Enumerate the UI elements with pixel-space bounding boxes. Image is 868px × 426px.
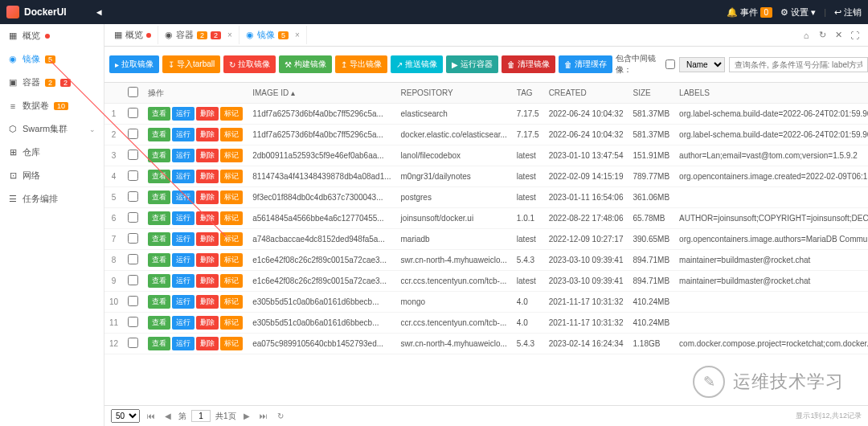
- delete-button[interactable]: 删除: [196, 253, 219, 267]
- refresh-icon[interactable]: ↻: [815, 28, 829, 43]
- tag-button[interactable]: 标记: [220, 295, 243, 309]
- delete-button[interactable]: 删除: [196, 128, 219, 141]
- row-checkbox[interactable]: [128, 212, 138, 223]
- sidebar-item-tasks[interactable]: ☰ 任务编排: [0, 187, 104, 211]
- col-created[interactable]: CREATED: [544, 83, 628, 104]
- view-button[interactable]: 查看: [148, 190, 170, 204]
- row-checkbox[interactable]: [128, 254, 138, 264]
- row-checkbox[interactable]: [128, 170, 138, 181]
- view-button[interactable]: 查看: [148, 232, 170, 246]
- delete-button[interactable]: 删除: [196, 107, 219, 121]
- last-page-icon[interactable]: ⏭: [257, 412, 270, 420]
- col-tag[interactable]: TAG: [512, 83, 544, 104]
- view-button[interactable]: 查看: [148, 337, 170, 350]
- row-checkbox[interactable]: [128, 129, 138, 139]
- tag-button[interactable]: 标记: [220, 316, 243, 330]
- tag-button[interactable]: 标记: [220, 107, 243, 121]
- run-button[interactable]: 运行: [172, 337, 194, 350]
- tag-button[interactable]: 标记: [220, 253, 243, 267]
- search-field-select[interactable]: Name: [679, 57, 725, 72]
- sidebar-item-containers[interactable]: ▣ 容器 2 2: [0, 71, 104, 94]
- run-button[interactable]: 运行: [172, 316, 194, 330]
- view-button[interactable]: 查看: [148, 295, 170, 309]
- sidebar-item-registry[interactable]: ⊞ 仓库: [0, 141, 104, 164]
- col-repo[interactable]: REPOSITORY: [396, 83, 512, 104]
- view-button[interactable]: 查看: [148, 107, 170, 121]
- pull-image-button[interactable]: ▸ 拉取镜像: [109, 55, 159, 73]
- run-button[interactable]: 运行: [172, 295, 194, 309]
- tag-button[interactable]: 标记: [220, 211, 243, 225]
- sidebar-toggle-icon[interactable]: ◄: [95, 7, 104, 17]
- view-button[interactable]: 查看: [148, 211, 170, 225]
- prev-page-icon[interactable]: ◀: [162, 412, 174, 420]
- row-checkbox[interactable]: [128, 338, 138, 348]
- close-all-icon[interactable]: ✕: [831, 28, 845, 43]
- settings-link[interactable]: ⚙ 设置 ▾: [780, 6, 816, 18]
- run-button[interactable]: 运行: [172, 253, 194, 267]
- row-checkbox[interactable]: [128, 108, 138, 118]
- delete-button[interactable]: 删除: [196, 316, 219, 330]
- sidebar-item-network[interactable]: ⊡ 网络: [0, 164, 104, 187]
- home-icon[interactable]: ⌂: [799, 28, 813, 43]
- build-image-button[interactable]: ⚒ 构建镜像: [279, 55, 332, 73]
- first-page-icon[interactable]: ⏮: [145, 412, 158, 420]
- prune-cache-button[interactable]: 🗑 清理缓存: [559, 55, 612, 73]
- run-button[interactable]: 运行: [172, 211, 194, 225]
- include-intermediate-checkbox[interactable]: [665, 59, 675, 69]
- view-button[interactable]: 查看: [148, 253, 170, 267]
- close-icon[interactable]: ×: [295, 31, 300, 39]
- delete-button[interactable]: 删除: [196, 190, 219, 204]
- events-link[interactable]: 🔔 事件 0: [727, 6, 773, 18]
- run-button[interactable]: 运行: [172, 107, 194, 121]
- col-image-id[interactable]: IMAGE ID ▴: [248, 83, 395, 104]
- tab-images[interactable]: ◉ 镜像 5 ×: [240, 26, 307, 44]
- sidebar-item-swarm[interactable]: ⬡ Swarm集群 ⌄: [0, 117, 104, 141]
- push-image-button[interactable]: ↗ 推送镜像: [391, 55, 443, 73]
- view-button[interactable]: 查看: [148, 316, 170, 330]
- row-checkbox[interactable]: [128, 296, 138, 306]
- page-input[interactable]: [191, 410, 211, 422]
- row-checkbox[interactable]: [128, 317, 138, 327]
- run-button[interactable]: 运行: [172, 170, 194, 183]
- tag-button[interactable]: 标记: [220, 170, 243, 183]
- export-image-button[interactable]: ↥ 导出镜像: [335, 55, 387, 73]
- run-button[interactable]: 运行: [172, 274, 194, 288]
- view-button[interactable]: 查看: [148, 128, 170, 141]
- fullscreen-icon[interactable]: ⛶: [847, 28, 862, 43]
- tag-button[interactable]: 标记: [220, 232, 243, 246]
- refresh-icon[interactable]: ↻: [275, 412, 286, 420]
- row-checkbox[interactable]: [128, 191, 138, 202]
- run-button[interactable]: 运行: [172, 190, 194, 204]
- view-button[interactable]: 查看: [148, 170, 170, 183]
- pull-image2-button[interactable]: ↻ 拉取镜像: [223, 55, 276, 73]
- row-checkbox[interactable]: [128, 233, 138, 244]
- run-button[interactable]: 运行: [172, 128, 194, 141]
- tag-button[interactable]: 标记: [220, 337, 243, 350]
- delete-button[interactable]: 删除: [196, 295, 219, 309]
- tab-overview[interactable]: ▦ 概览: [108, 26, 158, 44]
- tag-button[interactable]: 标记: [220, 149, 243, 162]
- col-size[interactable]: SIZE: [628, 83, 675, 104]
- delete-button[interactable]: 删除: [196, 211, 219, 225]
- row-checkbox[interactable]: [128, 275, 138, 285]
- search-input[interactable]: [729, 57, 868, 72]
- run-container-button[interactable]: ▶ 运行容器: [446, 55, 498, 73]
- tag-button[interactable]: 标记: [220, 128, 243, 141]
- tag-button[interactable]: 标记: [220, 190, 243, 204]
- run-button[interactable]: 运行: [172, 232, 194, 246]
- delete-button[interactable]: 删除: [196, 337, 219, 350]
- tag-button[interactable]: 标记: [220, 274, 243, 288]
- delete-button[interactable]: 删除: [196, 232, 219, 246]
- run-button[interactable]: 运行: [172, 149, 194, 162]
- sidebar-item-images[interactable]: ◉ 镜像 5: [0, 47, 104, 71]
- col-labels[interactable]: LABELS: [674, 83, 868, 104]
- logout-link[interactable]: ↩ 注销: [834, 6, 862, 18]
- row-checkbox[interactable]: [128, 150, 138, 160]
- view-button[interactable]: 查看: [148, 149, 170, 162]
- select-all-checkbox[interactable]: [128, 87, 138, 97]
- prune-image-button[interactable]: 🗑 清理镜像: [502, 55, 555, 73]
- delete-button[interactable]: 删除: [196, 170, 219, 183]
- delete-button[interactable]: 删除: [196, 274, 219, 288]
- tab-containers[interactable]: ◉ 容器 2 2 ×: [158, 26, 240, 44]
- sidebar-item-volumes[interactable]: ≡ 数据卷 10: [0, 94, 104, 117]
